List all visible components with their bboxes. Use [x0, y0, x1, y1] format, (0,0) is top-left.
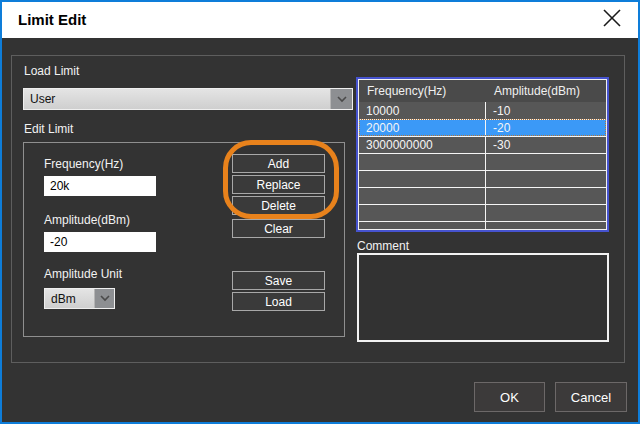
table-row[interactable]: 3000000000 -30	[359, 136, 606, 153]
cell-amplitude: -30	[486, 137, 606, 153]
delete-button[interactable]: Delete	[232, 196, 325, 215]
cell-frequency: 3000000000	[359, 137, 486, 153]
cell-frequency	[359, 188, 486, 204]
cell-frequency	[359, 171, 486, 187]
replace-button[interactable]: Replace	[232, 175, 325, 194]
cell-frequency: 20000	[359, 120, 486, 136]
titlebar: Limit Edit	[2, 2, 638, 38]
cell-frequency	[359, 205, 486, 221]
column-header-frequency: Frequency(Hz)	[359, 80, 486, 102]
clear-button[interactable]: Clear	[232, 219, 325, 238]
amplitude-unit-value: dBm	[45, 289, 94, 308]
frequency-input[interactable]	[44, 176, 156, 196]
amplitude-input[interactable]	[44, 232, 156, 252]
close-button[interactable]	[590, 2, 634, 38]
table-header-row: Frequency(Hz) Amplitude(dBm)	[359, 80, 606, 102]
amplitude-unit-label: Amplitude Unit	[44, 267, 122, 281]
frequency-label: Frequency(Hz)	[44, 157, 123, 171]
load-limit-select[interactable]: User	[23, 88, 353, 110]
edit-limit-label: Edit Limit	[24, 122, 73, 136]
cell-amplitude	[486, 205, 606, 221]
ok-button[interactable]: OK	[474, 382, 545, 412]
save-button[interactable]: Save	[232, 271, 325, 290]
column-header-amplitude: Amplitude(dBm)	[486, 80, 606, 102]
cell-amplitude	[486, 154, 606, 170]
cell-amplitude	[486, 188, 606, 204]
limit-table: Frequency(Hz) Amplitude(dBm) 10000 -10 2…	[356, 77, 609, 232]
load-limit-label: Load Limit	[24, 64, 79, 78]
cell-amplitude: -10	[486, 102, 606, 119]
dialog-title: Limit Edit	[18, 2, 86, 38]
chevron-down-icon	[330, 89, 352, 109]
cell-frequency	[359, 154, 486, 170]
table-row-empty[interactable]	[359, 153, 606, 170]
add-button[interactable]: Add	[232, 154, 325, 173]
cell-frequency: 10000	[359, 102, 486, 119]
load-limit-value: User	[24, 89, 330, 109]
table-row-empty[interactable]	[359, 221, 606, 230]
cell-amplitude	[486, 222, 606, 230]
comment-label: Comment	[357, 239, 409, 253]
table-row-empty[interactable]	[359, 187, 606, 204]
comment-textarea[interactable]	[357, 253, 609, 342]
cell-amplitude: -20	[486, 120, 606, 136]
limit-table-inner: Frequency(Hz) Amplitude(dBm) 10000 -10 2…	[358, 79, 607, 230]
amplitude-label: Amplitude(dBm)	[44, 213, 130, 227]
limit-edit-dialog: Limit Edit Load Limit User Edit Limit Fr…	[0, 0, 640, 424]
close-icon	[601, 7, 623, 33]
cell-frequency	[359, 222, 486, 230]
table-row-empty[interactable]	[359, 204, 606, 221]
chevron-down-icon	[94, 289, 114, 308]
cell-amplitude	[486, 171, 606, 187]
table-row-empty[interactable]	[359, 170, 606, 187]
table-row[interactable]: 10000 -10	[359, 102, 606, 119]
table-row[interactable]: 20000 -20	[359, 119, 606, 136]
cancel-button[interactable]: Cancel	[555, 382, 627, 412]
load-button[interactable]: Load	[232, 292, 325, 311]
amplitude-unit-select[interactable]: dBm	[44, 288, 115, 309]
